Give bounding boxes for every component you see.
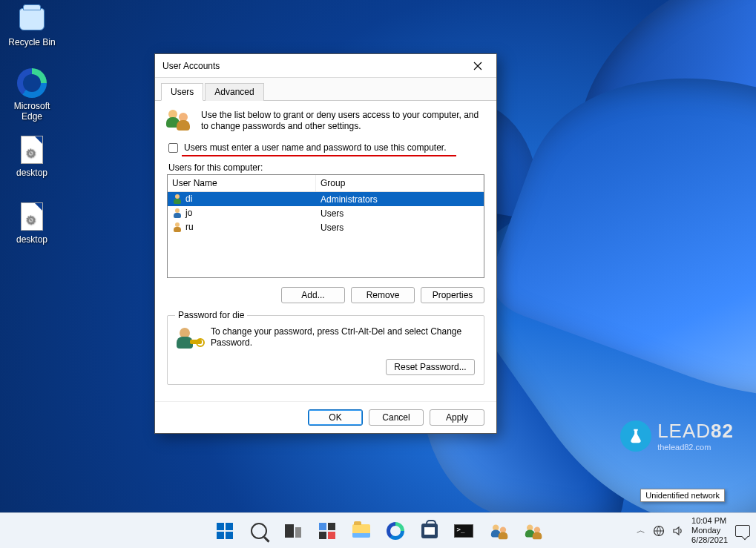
network-tray-icon[interactable] — [653, 525, 665, 537]
clock-day: Monday — [691, 526, 728, 535]
folder-icon — [352, 524, 370, 538]
tab-strip: Users Advanced — [155, 78, 496, 101]
cell-username: jo — [185, 208, 192, 218]
clock-button[interactable]: 10:04 PM Monday 6/28/2021 — [691, 516, 728, 545]
widgets-icon — [319, 523, 335, 539]
apply-button[interactable]: Apply — [430, 409, 484, 426]
desktop-icon-recycle-bin[interactable]: Recycle Bin — [4, 3, 59, 47]
user-accounts-dialog: User Accounts Users Advanced Use the lis… — [154, 53, 497, 434]
widgets-button[interactable] — [312, 516, 342, 546]
add-button[interactable]: Add... — [281, 287, 345, 303]
speaker-icon — [672, 525, 684, 537]
password-groupbox: Password for die To change your password… — [167, 315, 484, 385]
watermark-url: thelead82.com — [657, 443, 734, 452]
remove-button[interactable]: Remove — [351, 287, 415, 303]
cell-group: Users — [316, 222, 484, 234]
desktop-icon-label: desktop — [4, 234, 59, 245]
list-header: User Name Group — [168, 175, 484, 192]
start-button[interactable] — [210, 516, 240, 546]
taskbar: ︿ 10:04 PM Monday 6/28/2021 — [0, 512, 756, 548]
tab-users[interactable]: Users — [161, 83, 203, 101]
terminal-icon — [454, 524, 473, 538]
store-icon — [421, 524, 438, 538]
task-view-button[interactable] — [278, 516, 308, 546]
list-row[interactable]: di Administrators — [168, 192, 484, 206]
recycle-bin-icon — [19, 8, 45, 30]
column-group[interactable]: Group — [316, 175, 484, 191]
list-row[interactable]: jo Users — [168, 206, 484, 220]
edge-taskbar-button[interactable] — [381, 516, 410, 546]
close-icon — [473, 62, 482, 70]
terminal-button[interactable] — [449, 516, 479, 546]
password-instructions: To change your password, press Ctrl-Alt-… — [211, 326, 475, 349]
search-button[interactable] — [244, 516, 274, 546]
ini-file-icon: ⚙ — [21, 202, 43, 231]
flask-icon — [620, 420, 651, 452]
network-tooltip: Unidentified network — [640, 489, 725, 502]
user-icon — [172, 208, 183, 219]
tray-overflow-button[interactable]: ︿ — [637, 524, 645, 537]
list-label: Users for this computer: — [168, 162, 483, 173]
ini-file-icon: ⚙ — [21, 136, 43, 164]
users-listbox[interactable]: User Name Group di Administrators jo Use… — [167, 174, 484, 278]
reset-password-button[interactable]: Reset Password... — [386, 359, 475, 375]
desktop-icon-label: Microsoft Edge — [4, 101, 59, 122]
user-key-icon — [177, 326, 202, 351]
users-icon — [167, 110, 192, 135]
watermark-brand-a: LEAD — [657, 420, 711, 442]
user-icon — [172, 194, 183, 205]
users-icon — [491, 524, 504, 537]
cell-username: ru — [185, 222, 194, 232]
tab-body-users: Use the list below to grant or deny user… — [155, 101, 496, 401]
checkbox-icon[interactable] — [168, 143, 178, 153]
groupbox-legend: Password for die — [175, 310, 247, 320]
desktop-icon-label: Recycle Bin — [4, 37, 59, 47]
watermark-brand-b: 82 — [711, 420, 734, 442]
watermark: LEAD82 thelead82.com — [620, 420, 734, 452]
dialog-footer: OK Cancel Apply — [155, 401, 496, 433]
clock-time: 10:04 PM — [691, 516, 728, 526]
windows-logo-icon — [217, 523, 233, 539]
desktop-icon-label: desktop — [4, 168, 59, 178]
netplwiz-button-1[interactable] — [483, 516, 513, 546]
dialog-title: User Accounts — [162, 61, 220, 71]
titlebar[interactable]: User Accounts — [155, 54, 496, 78]
desktop-icon-edge[interactable]: Microsoft Edge — [4, 67, 59, 122]
cancel-button[interactable]: Cancel — [369, 409, 424, 426]
globe-icon — [653, 525, 665, 537]
checkbox-label: Users must enter a user name and passwor… — [184, 142, 447, 153]
user-icon — [172, 222, 183, 233]
taskbar-center — [210, 516, 547, 546]
list-row[interactable]: ru Users — [168, 220, 484, 234]
task-view-icon — [285, 524, 301, 538]
clock-date: 6/28/2021 — [691, 535, 728, 545]
properties-button[interactable]: Properties — [421, 287, 484, 303]
edge-icon — [17, 68, 47, 98]
edge-icon — [387, 522, 404, 540]
users-icon — [525, 524, 538, 537]
intro-text: Use the list below to grant or deny user… — [201, 110, 484, 135]
column-username[interactable]: User Name — [168, 175, 316, 191]
cell-group: Users — [316, 208, 484, 219]
file-explorer-button[interactable] — [346, 516, 376, 546]
cell-username: di — [185, 194, 192, 204]
ok-button[interactable]: OK — [308, 409, 363, 426]
close-button[interactable] — [467, 57, 489, 75]
system-tray: ︿ 10:04 PM Monday 6/28/2021 — [637, 516, 750, 545]
volume-tray-icon[interactable] — [672, 525, 684, 537]
require-login-checkbox-row[interactable]: Users must enter a user name and passwor… — [168, 142, 483, 153]
tab-advanced[interactable]: Advanced — [205, 83, 263, 101]
annotation-underline — [182, 155, 456, 156]
notifications-button[interactable] — [735, 525, 750, 537]
desktop-icon-file-2[interactable]: ⚙ desktop — [4, 200, 59, 245]
netplwiz-button-2[interactable] — [517, 516, 547, 546]
cell-group: Administrators — [316, 194, 484, 205]
store-button[interactable] — [415, 516, 444, 546]
desktop-icon-file-1[interactable]: ⚙ desktop — [4, 133, 59, 178]
search-icon — [251, 523, 267, 539]
